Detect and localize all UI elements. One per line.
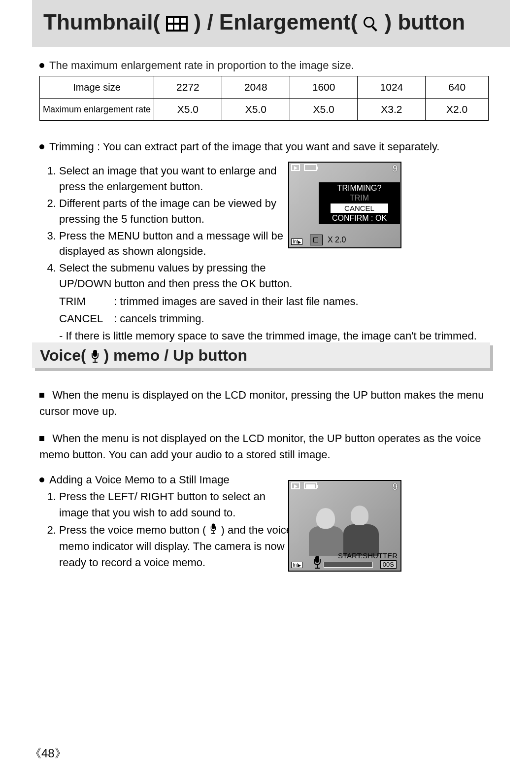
title-part-a: Thumbnail( xyxy=(43,10,166,34)
h2-part-a: Voice( xyxy=(40,346,91,364)
microphone-icon xyxy=(313,556,322,569)
page-lbracket: 《 xyxy=(30,747,41,760)
memory-int-icon: Int▶ xyxy=(291,238,302,245)
dialog-confirm: CONFIRM : OK xyxy=(319,213,400,223)
battery-icon xyxy=(304,482,317,489)
battery-icon xyxy=(304,164,317,171)
td-x20: X2.0 xyxy=(426,99,489,121)
trimming-dialog: TRIMMING? TRIM CANCEL CONFIRM : OK xyxy=(319,182,400,224)
timer-label: 00S xyxy=(380,560,397,569)
dialog-title: TRIMMING? xyxy=(319,183,400,193)
step-1: Select an image that you want to enlarge… xyxy=(59,163,300,195)
def-trim-text: : trimmed images are saved in their last… xyxy=(114,295,358,307)
trimming-section: Trimming : You can extract part of the i… xyxy=(39,140,489,344)
step-3: Press the MENU button and a message will… xyxy=(59,228,300,260)
trimming-steps: Select an image that you want to enlarge… xyxy=(39,163,300,292)
th-1024: 1024 xyxy=(358,76,426,99)
trimming-intro: Trimming : You can extract part of the i… xyxy=(39,140,489,153)
def-cancel-label: CANCEL xyxy=(59,310,111,327)
step-4: Select the submenu values by pressing th… xyxy=(59,260,300,292)
voice-section: When the menu is displayed on the LCD mo… xyxy=(39,387,489,572)
page-rbracket: 》 xyxy=(55,747,66,760)
add-step-2: Press the voice memo button ( ) and the … xyxy=(59,522,296,571)
memory-int-icon: Int▶ xyxy=(291,562,302,568)
table-row: Image size 2272 2048 1600 1024 640 xyxy=(40,76,489,99)
start-shutter-label: START:SHUTTER xyxy=(338,551,398,560)
frame-number: 9 xyxy=(393,482,398,492)
voice-para-2: When the menu is not displayed on the LC… xyxy=(39,430,489,463)
adding-voice-steps: Press the LEFT/ RIGHT button to select a… xyxy=(39,488,296,571)
dialog-trim: TRIM xyxy=(319,193,400,203)
td-x50-b: X5.0 xyxy=(222,99,290,121)
thumbnail-icon xyxy=(166,12,188,36)
zoom-level: X 2.0 xyxy=(328,236,346,244)
step-2: Different parts of the image can be view… xyxy=(59,196,300,227)
def-trim-label: TRIM xyxy=(59,293,111,310)
h2-part-b: ) memo / Up button xyxy=(103,346,247,364)
dialog-cancel: CANCEL xyxy=(331,204,388,213)
th-2272: 2272 xyxy=(154,76,222,99)
td-x32: X3.2 xyxy=(358,99,426,121)
lcd-voice-preview: 9 START:SHUTTER Int▶ 00S xyxy=(288,480,401,572)
page-title: Thumbnail( ) / Enlargement( ) button xyxy=(43,10,506,36)
memory-note: - If there is little memory space to sav… xyxy=(59,328,489,344)
playback-icon xyxy=(291,482,300,489)
td-max-rate-label: Maximum enlargement rate xyxy=(40,99,154,121)
th-640: 640 xyxy=(426,76,489,99)
td-x50-a: X5.0 xyxy=(154,99,222,121)
lcd-trimming-preview: 9 TRIMMING? TRIM CANCEL CONFIRM : OK Int… xyxy=(288,162,401,248)
frame-number: 9 xyxy=(393,164,398,174)
th-1600: 1600 xyxy=(290,76,358,99)
def-cancel-text: : cancels trimming. xyxy=(114,312,204,325)
enlargement-table: Image size 2272 2048 1600 1024 640 Maxim… xyxy=(39,76,489,121)
add-step-1: Press the LEFT/ RIGHT button to select a… xyxy=(59,488,296,521)
page-number: 《48》 xyxy=(30,746,66,761)
microphone-icon xyxy=(91,350,100,363)
nav-thumbnail-icon xyxy=(310,235,323,245)
def-trim: TRIM : trimmed images are saved in their… xyxy=(59,293,489,310)
section-heading-band: Voice( ) memo / Up button xyxy=(32,342,510,371)
table-row: Maximum enlargement rate X5.0 X5.0 X5.0 … xyxy=(40,99,489,121)
manual-page: Thumbnail( ) / Enlargement( ) button The… xyxy=(0,0,532,781)
th-image-size: Image size xyxy=(40,76,154,99)
microphone-icon xyxy=(210,524,217,534)
adding-voice-heading: Adding a Voice Memo to a Still Image xyxy=(39,474,489,486)
title-part-c: ) button xyxy=(385,10,466,34)
add-step-2a: Press the voice memo button ( xyxy=(59,524,209,536)
page-num: 48 xyxy=(41,747,55,760)
playback-icon xyxy=(291,164,300,171)
td-x50-c: X5.0 xyxy=(290,99,358,121)
th-2048: 2048 xyxy=(222,76,290,99)
progress-bar xyxy=(324,562,373,568)
title-part-b: ) / Enlargement( xyxy=(194,10,364,34)
section-title-voice: Voice( ) memo / Up button xyxy=(40,346,247,365)
magnifier-icon xyxy=(364,12,378,36)
voice-para-1: When the menu is displayed on the LCD mo… xyxy=(39,387,489,419)
photo-placeholder xyxy=(304,501,388,555)
bullet-max-enlargement: The maximum enlargement rate in proporti… xyxy=(39,59,354,72)
def-cancel: CANCEL : cancels trimming. xyxy=(59,310,489,327)
